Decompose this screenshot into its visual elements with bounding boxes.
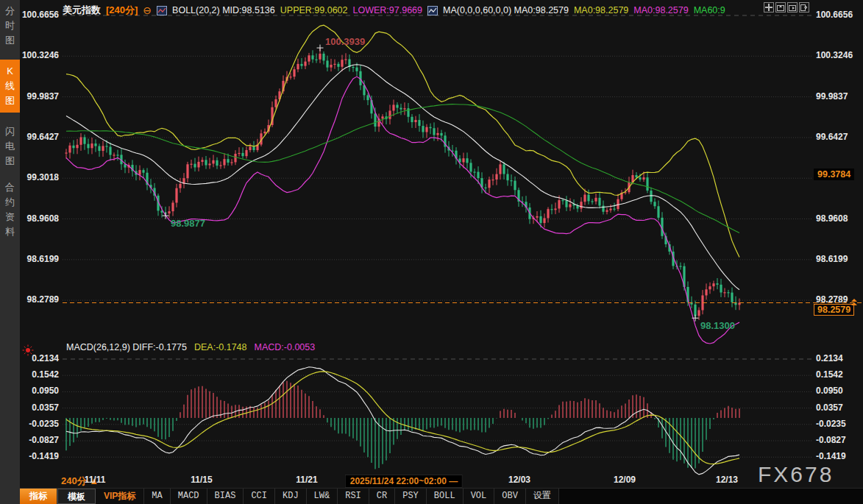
toolbar-button-PSY[interactable]: PSY	[395, 489, 427, 504]
price-axis-label-right: 100.6656	[816, 10, 860, 20]
macd-axis-label-left: -0.0827	[16, 435, 59, 445]
price-macd-chart[interactable]: 100.393998.987798.1300	[0, 0, 863, 488]
boll-indicator-chart-icon[interactable]	[157, 6, 167, 15]
toolbar-button-模板[interactable]: 模板	[57, 489, 96, 504]
macd-axis-label-right: -0.0827	[816, 435, 860, 445]
macd-axis-label-left: -0.1419	[16, 451, 59, 461]
price-axis-label-right: 100.3246	[816, 50, 860, 60]
date-label: 11/11	[85, 475, 106, 485]
current-price-badge: 98.2579	[814, 304, 854, 316]
macd-axis-label-left: 0.0950	[16, 386, 59, 396]
macd-axis-label-right: -0.0235	[816, 419, 860, 429]
date-label: 12/13	[716, 475, 738, 485]
toolbar-button-CR[interactable]: CR	[369, 489, 395, 504]
date-label: 12/09	[614, 475, 636, 485]
macd-axis-label-right: 0.0950	[816, 386, 860, 396]
price-axis-label-left: 98.6199	[16, 254, 59, 264]
toolbar-button-指标[interactable]: 指标	[20, 489, 57, 504]
watermark: FX678	[758, 462, 834, 487]
bottom-toolbar: 指标模板VIP指标MAMACDBIASCCIKDJLW&RSICRPSYBOLL…	[20, 488, 863, 504]
macd-axis-label-right: 0.1542	[816, 369, 860, 380]
toolbar-button-设置[interactable]: 设置	[526, 489, 559, 504]
macd-axis-label-left: 0.1542	[16, 369, 59, 380]
sidebar-tab-K线图[interactable]: K 线 图	[0, 60, 20, 113]
alert-icon[interactable]	[22, 344, 34, 359]
window-controls	[764, 2, 809, 13]
price-axis-label-left: 99.6427	[16, 132, 59, 142]
price-axis-label-left: 99.3018	[16, 172, 59, 182]
price-axis-label-right: 99.6427	[816, 132, 860, 142]
boll-value-2: LOWER:97.9669	[353, 5, 423, 15]
toolbar-button-BIAS[interactable]: BIAS	[207, 489, 244, 504]
price-axis-label-right: 98.9608	[816, 213, 860, 224]
svg-text:100.3939: 100.3939	[325, 36, 365, 47]
period-label: [240分]	[106, 4, 138, 17]
pane-right-icon[interactable]	[787, 2, 798, 13]
ma-legend-values: MA(0,0,0,60,0,0) MA0:98.2579MA0:98.2579M…	[443, 5, 725, 15]
macd-value-0: MACD(26,12,9) DIFF:-0.1775	[66, 342, 187, 352]
sidebar-tab-合约资料[interactable]: 合 约 资 料	[0, 180, 20, 239]
toolbar-button-VOL[interactable]: VOL	[464, 489, 495, 504]
price-axis-label-right: 98.6199	[816, 254, 860, 264]
toolbar-button-BOLL[interactable]: BOLL	[427, 489, 464, 504]
price-axis-label-left: 98.2789	[16, 294, 59, 305]
pane-up-icon[interactable]	[775, 2, 786, 13]
pop-out-icon[interactable]	[799, 2, 809, 13]
ma-value-2: MA0:98.2579	[633, 5, 688, 15]
toolbar-button-KDJ[interactable]: KDJ	[275, 489, 307, 504]
ma-value-1: MA0:98.2579	[574, 5, 628, 15]
macd-legend: MACD(26,12,9) DIFF:-0.1775DEA:-0.1748MAC…	[66, 342, 315, 352]
sidebar: 分 时 图K 线 图闪 电 图合 约 资 料	[0, 0, 20, 504]
macd-axis-label-left: -0.0235	[16, 419, 59, 429]
boll-legend-values: BOLL(20,2) MID:98.5136UPPER:99.0602LOWER…	[172, 5, 422, 15]
toolbar-button-LW&[interactable]: LW&	[307, 489, 338, 504]
move-tool-icon[interactable]	[764, 2, 774, 13]
price-axis-label-left: 100.6656	[16, 10, 59, 20]
macd-value-1: DEA:-0.1748	[194, 342, 247, 352]
selected-date-label: 2025/11/24 22:00~02:00 —	[345, 475, 463, 488]
ma-value-3: MA60:9	[694, 5, 725, 15]
macd-axis-label-left: 0.0357	[16, 402, 59, 413]
price-axis-label-left: 100.3246	[16, 50, 59, 60]
toolbar-button-OBV[interactable]: OBV	[494, 489, 526, 504]
date-label: 12/03	[508, 475, 530, 485]
chart-legend: 美元指数 [240分] ⊖ BOLL(20,2) MID:98.5136UPPE…	[63, 4, 725, 17]
svg-text:98.1300: 98.1300	[700, 320, 735, 331]
price-axis-label-left: 98.9608	[16, 213, 59, 224]
price-axis-label-left: 99.9837	[16, 91, 59, 102]
boll-value-0: BOLL(20,2) MID:98.5136	[172, 5, 275, 15]
price-anchor-arrow-icon[interactable]	[850, 296, 858, 309]
macd-value-2: MACD:-0.0053	[255, 342, 316, 352]
price-axis-label-right: 99.9837	[816, 91, 860, 102]
symbol-name: 美元指数	[63, 4, 101, 17]
svg-text:98.9877: 98.9877	[171, 218, 205, 229]
toolbar-button-MA[interactable]: MA	[144, 489, 170, 504]
sidebar-tab-分时图[interactable]: 分 时 图	[0, 4, 20, 48]
macd-axis-label-right: 0.2134	[816, 353, 860, 363]
trading-terminal: 分 时 图K 线 图闪 电 图合 约 资 料 100.393998.987798…	[0, 0, 863, 504]
toolbar-button-RSI[interactable]: RSI	[338, 489, 369, 504]
boll-value-1: UPPER:99.0602	[280, 5, 348, 15]
date-label: 11/21	[296, 475, 317, 485]
macd-axis-label-right: 0.0357	[816, 402, 860, 413]
collapse-icon[interactable]: ⊖	[143, 6, 152, 15]
toolbar-button-CCI[interactable]: CCI	[244, 489, 275, 504]
ma-value-0: MA(0,0,0,60,0,0) MA0:98.2579	[443, 5, 569, 15]
toolbar-button-VIP指标[interactable]: VIP指标	[96, 489, 144, 504]
reference-price-badge: 99.3784	[814, 168, 854, 180]
macd-axis-label-right: -0.1419	[816, 451, 860, 461]
date-label: 11/15	[191, 475, 212, 485]
sidebar-tab-闪电图[interactable]: 闪 电 图	[0, 124, 20, 168]
ma-indicator-chart-icon[interactable]	[427, 6, 438, 15]
toolbar-button-MACD[interactable]: MACD	[171, 489, 207, 504]
